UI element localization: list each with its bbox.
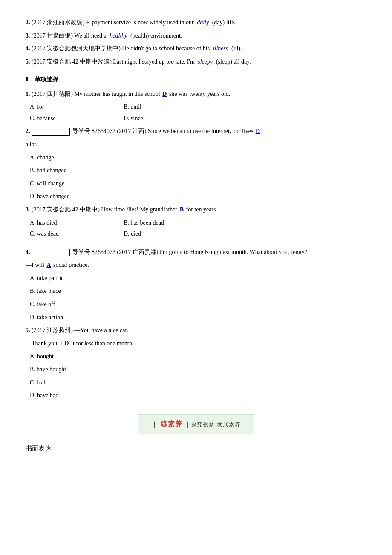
- q4-source: (2017 安徽合肥包河大地中学期中): [32, 45, 121, 52]
- content-area: 2. (2017 浙江丽水改编) E-payment service is no…: [26, 17, 366, 454]
- mc-q5-option-b: B. have bought: [30, 364, 366, 376]
- q3-source: (2017 甘肃白银): [32, 32, 73, 39]
- mc-q2-option-b: B. had changed: [30, 165, 366, 176]
- question-3: 3. (2017 甘肃白银) We all need a healthy (he…: [26, 30, 366, 42]
- mc-q3-number: 3.: [26, 206, 30, 213]
- mc-q5-block: 5. (2017 江苏扬州) —You have a nice car. —Th…: [26, 325, 366, 402]
- mc-q3-options: A. has died B. has been dead C. was dead…: [30, 217, 366, 240]
- fill-blank-section: 2. (2017 浙江丽水改编) E-payment service is no…: [26, 17, 366, 67]
- mc-q4-number: 4.: [26, 249, 30, 255]
- mc-q2-option-a: A. change: [30, 152, 366, 164]
- mc-q2-options: A. change B. had changed C. will change …: [30, 152, 366, 202]
- mc-q4-option-d: D. take action: [30, 312, 366, 324]
- question-5: 5. (2017 安徽合肥 42 中期中改编) Last night I sta…: [26, 56, 366, 68]
- mc-q3-option-row-2: C. was dead D. died: [30, 228, 366, 240]
- mc-q3-text-after: for ten years.: [186, 206, 217, 213]
- mc-q4-option-a: A. take part in: [30, 273, 366, 284]
- mc-q1-text-after: she was twenty years old.: [169, 91, 230, 97]
- mc-q5-option-d: D. have had: [30, 390, 366, 402]
- mc-q4-text2: —I will: [26, 262, 44, 268]
- mc-q1-number: 1.: [26, 91, 30, 97]
- mc-q3-option-row-1: A. has died B. has been dead: [30, 217, 366, 229]
- mc-q1-option-d: D. since: [124, 113, 192, 124]
- q5-text-before: Last night I stayed up too late. I'm: [113, 58, 194, 65]
- mc-q2-input[interactable]: [32, 128, 70, 136]
- mc-q4-text3: social practice.: [53, 262, 89, 268]
- mc-q5-text2: —Thank you. I: [26, 340, 62, 347]
- mc-q1-option-b: B. until: [124, 101, 192, 113]
- mc-q4-text: I'm going to Hong Kong next month. What …: [160, 249, 307, 255]
- q4-number: 4.: [26, 45, 30, 52]
- mc-section-title: Ⅱ．单项选择: [26, 74, 366, 85]
- question-4: 4. (2017 安徽合肥包河大地中学期中) He didn't go to s…: [26, 43, 366, 55]
- mc-q5-option-c: C. had: [30, 377, 366, 389]
- mc-q4-input[interactable]: [32, 249, 70, 256]
- mc-q1-answer: D: [161, 91, 167, 97]
- banner-sub-text: ｜探究创新 发展素养: [185, 419, 240, 429]
- q3-number: 3.: [26, 32, 30, 39]
- mc-q1-option-a: A. for: [30, 101, 98, 113]
- mc-q3-option-d: D. died: [124, 228, 192, 240]
- multiple-choice-section: Ⅱ．单项选择 1. (2017 四川德阳) My mother has taug…: [26, 74, 366, 401]
- mc-q2-option-d: D. have changed: [30, 191, 366, 202]
- writing-title: 书面表达: [26, 445, 51, 452]
- mc-q3-source: (2017 安徽合肥 42 中期中): [32, 206, 100, 213]
- mc-q4-input-label: 导学号 82654073: [72, 249, 116, 255]
- mc-q4-option-b: B. take place: [30, 286, 366, 297]
- mc-q5-text1: —You have a nice car.: [74, 327, 128, 333]
- mc-q4: 4. 导学号 82654073 (2017 广西贵港) I'm going to…: [26, 247, 366, 258]
- mc-q5-answer: D: [63, 340, 69, 347]
- mc-q3-text-before: How time flies! My grandfather: [101, 206, 177, 213]
- mc-q4-line2: —I will A social practice.: [26, 260, 366, 271]
- mc-q2-text-before: Since we began to use the Internet, our …: [148, 128, 254, 134]
- mc-q3-option-b: B. has been dead: [124, 217, 192, 229]
- mc-q1-options: A. for B. until C. because D. since: [30, 101, 366, 124]
- mc-q3-answer: B: [179, 206, 184, 213]
- mc-q2-source: (2017 江西): [117, 128, 147, 134]
- mc-q2-option-c: C. will change: [30, 178, 366, 190]
- mc-q1-text: My mother has taught in this school: [74, 91, 160, 97]
- mc-q4-source: (2017 广西贵港): [117, 249, 159, 255]
- mc-q5-options: A. bought B. have bought C. had D. have …: [30, 351, 366, 401]
- mc-q2-text-after-content: a lot.: [26, 141, 37, 147]
- writing-section: 书面表达: [26, 443, 366, 454]
- banner-prefix: ｜: [151, 419, 158, 430]
- mc-q2-input-label: 导学号 82654072: [72, 128, 116, 134]
- mc-q5-line1: 5. (2017 江苏扬州) —You have a nice car.: [26, 325, 366, 336]
- q2-number: 2.: [26, 19, 30, 26]
- q3-text-before: We all need a: [74, 32, 106, 39]
- mc-q1-source: (2017 四川德阳): [32, 91, 73, 97]
- mc-q2-text-after: a lot.: [26, 139, 366, 150]
- q3-text-after: (health) environment.: [130, 32, 182, 39]
- q4-text-after: (ill).: [231, 45, 242, 52]
- q2-answer: daily: [195, 19, 210, 26]
- mc-q2-answer: D: [255, 128, 261, 134]
- q5-answer: sleepy: [196, 58, 214, 65]
- q4-text-before: He didn't go to school because of his: [122, 45, 210, 52]
- mc-q3: 3. (2017 安徽合肥 42 中期中) How time flies! My…: [26, 204, 366, 216]
- mc-q5-source: (2017 江苏扬州): [32, 327, 73, 333]
- practice-banner: ｜ 练素养 ｜探究创新 发展素养: [138, 414, 254, 434]
- q4-answer: illness: [211, 45, 230, 52]
- mc-q1: 1. (2017 四川德阳) My mother has taught in t…: [26, 89, 366, 100]
- mc-q5-line2: —Thank you. I D it for less than one mon…: [26, 338, 366, 350]
- q5-number: 5.: [26, 58, 30, 65]
- mc-q4-options: A. take part in B. take place C. take of…: [30, 273, 366, 323]
- q5-text-after: (sleep) all day.: [216, 58, 251, 65]
- mc-q1-option-row-2: C. because D. since: [30, 113, 366, 124]
- mc-q5-text3: it for less than one month.: [71, 340, 133, 347]
- q3-answer: healthy: [108, 32, 129, 39]
- q2-text-before: E-payment service is now widely used in …: [86, 19, 193, 26]
- q2-text-after: (day) life.: [212, 19, 236, 26]
- mc-q3-option-c: C. was dead: [30, 228, 98, 240]
- mc-q4-block: 4. 导学号 82654073 (2017 广西贵港) I'm going to…: [26, 247, 366, 324]
- mc-q2-number: 2.: [26, 128, 30, 134]
- mc-q5-option-a: A. bought: [30, 351, 366, 362]
- question-2: 2. (2017 浙江丽水改编) E-payment service is no…: [26, 17, 366, 29]
- mc-q1-option-row-1: A. for B. until: [30, 101, 366, 113]
- mc-q1-option-c: C. because: [30, 113, 98, 124]
- banner-main-text: 练素养: [161, 418, 182, 431]
- q5-source: (2017 安徽合肥 42 中期中改编): [32, 58, 112, 65]
- mc-q2: 2. 导学号 82654072 (2017 江西) Since we began…: [26, 126, 366, 137]
- banner-container: ｜ 练素养 ｜探究创新 发展素养: [26, 414, 366, 434]
